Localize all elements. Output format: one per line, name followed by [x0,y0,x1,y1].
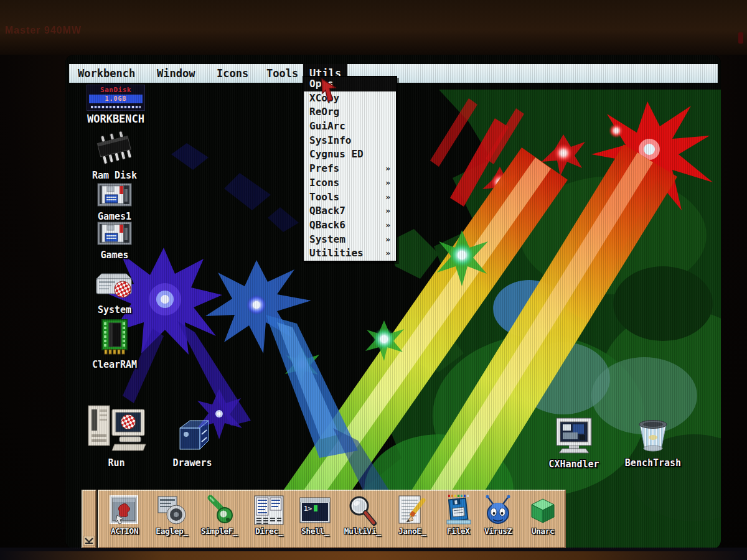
mouse-pointer-icon [321,78,339,103]
dock-item-label: SimpleF_ [197,526,241,536]
menu-item-sysinfo[interactable]: SysInfo [304,134,396,148]
card-pins [91,106,141,108]
desktop-icon-games1[interactable]: Games1 [82,183,148,222]
dock-panel: ACTION Eaglep_ [98,490,566,548]
dock-item-filex[interactable]: FileX [436,492,480,546]
flashlight-icon [203,494,235,526]
menu-icons[interactable]: Icons [217,64,248,83]
chevron-down-icon [83,536,95,546]
dock-item-label: FileX [436,526,480,536]
computer-case-icon [94,269,135,300]
sandisk-card-icon: SanDisk 1.0GB [87,85,145,111]
dock-item-unarc[interactable]: Unarc [521,492,565,546]
menu-item-tools[interactable]: Tools» [304,190,396,205]
bug-icon [482,494,514,526]
menu-tools[interactable]: Tools [266,64,298,83]
dock-item-label: ACTION [103,526,146,536]
dock-collapse-handle[interactable] [82,490,96,548]
floppy-drive-icon [97,183,132,207]
glass-cube-icon [174,417,211,453]
icon-label: Ram Disk [80,170,149,181]
notepad-pencil-icon [396,494,428,526]
utils-menu: Opus XCopy ReOrg GuiArc SysInfo Cygnus E… [303,76,397,262]
dock-item-virusz[interactable]: VirusZ [476,492,520,546]
dock-item-label: Shell_ [293,526,337,536]
shell-terminal-icon: 1> [299,494,331,526]
action-window-icon [108,494,141,526]
capacity-band: 1.0GB [89,95,143,103]
directory-window-icon [253,494,285,526]
dock-item-label: VirusZ [476,526,520,536]
menu-item-reorg[interactable]: ReOrg [304,105,396,119]
menu-item-system[interactable]: System» [304,233,396,247]
icon-label: Drawers [160,457,225,469]
desktop-icon-games[interactable]: Games [82,222,148,261]
dock-item-simplefind[interactable]: SimpleF_ [197,492,241,546]
desktop-icon-run[interactable]: Run [82,403,151,469]
menu-item-utilities[interactable]: Utilities» [304,246,396,261]
dock-item-label: Eaglep_ [150,526,194,536]
desktop-icon-cxhandler[interactable]: CXHandler [538,417,609,470]
dock-item-label: Unarc [521,526,565,536]
dock-item-directory[interactable]: Direc_ [247,492,291,546]
dock-item-label: MultiVi_ [341,526,384,536]
menu-item-qback7[interactable]: QBack7» [304,204,396,218]
dock-item-janoeditor[interactable]: JanoE_ [390,492,434,546]
submenu-arrow-icon: » [385,218,390,233]
desktop-icon-workbench[interactable]: SanDisk 1.0GB WORKBENCH [74,85,157,125]
dock-item-label: Direc_ [247,526,291,536]
cube-icon [527,494,559,526]
floppy-disk-icon [442,494,474,526]
menu-item-cygnus-ed[interactable]: Cygnus ED [304,147,396,162]
menu-window[interactable]: Window [157,64,195,83]
icon-label: Games [82,250,148,261]
menu-item-xcopy[interactable]: XCopy [304,91,396,106]
crt-screen: Workbench Window Icons Tools Utils Opus … [65,55,721,549]
icon-label: CXHandler [538,459,609,470]
submenu-arrow-icon: » [385,176,390,190]
menu-item-icons[interactable]: Icons» [304,176,396,190]
dock-item-multiview[interactable]: MultiVi_ [341,492,384,546]
floppy-drive-icon [97,222,132,245]
icon-label: System [80,304,149,315]
ram-chip-icon [93,126,136,166]
desktop-icon-ram-disk[interactable]: Ram Disk [80,126,149,181]
dock-item-eagleplayer[interactable]: Eaglep_ [150,492,194,546]
desktop-icon-drawers[interactable]: Drawers [160,417,225,469]
eagleplayer-speaker-icon [156,494,188,526]
icon-label: Run [82,457,151,469]
submenu-arrow-icon: » [385,162,390,176]
monitor-photo: Master 940MW [0,0,747,560]
submenu-arrow-icon: » [385,190,390,205]
desktop-icon-system[interactable]: System [80,269,149,315]
shell-prompt-text: 1> [304,505,312,513]
dock-item-shell[interactable]: 1> Shell_ [293,492,337,546]
icon-label: Games1 [82,211,148,222]
icon-label: WORKBENCH [74,113,157,125]
desktop-icon-clearram[interactable]: ClearRAM [80,319,149,370]
menu-item-prefs[interactable]: Prefs» [304,162,396,176]
monitor-bezel-top [0,0,747,55]
computer-monitor-icon [85,403,148,453]
bezel-bottom-highlight [0,551,747,560]
submenu-arrow-icon: » [385,246,390,261]
menu-item-qback6[interactable]: QBack6» [304,218,396,233]
trash-can-icon [635,418,671,453]
icon-label: ClearRAM [80,359,149,370]
dock-item-action[interactable]: ACTION [103,492,146,546]
bezel-reflection [738,32,743,44]
menu-item-guiarc[interactable]: GuiArc [304,119,396,134]
submenu-arrow-icon: » [385,233,390,247]
memory-chip-icon [100,319,129,355]
menu-workbench[interactable]: Workbench [78,64,135,83]
magnifier-icon [346,494,378,526]
submenu-arrow-icon: » [385,204,390,218]
icon-label: BenchTrash [617,457,689,469]
dock-item-label: JanoE_ [390,526,434,536]
desktop-icon-benchtrash[interactable]: BenchTrash [617,418,689,469]
menu-item-opus[interactable]: Opus [304,77,396,91]
monitor-brand-label: Master 940MW [5,25,82,36]
crt-monitor-icon [555,417,593,454]
